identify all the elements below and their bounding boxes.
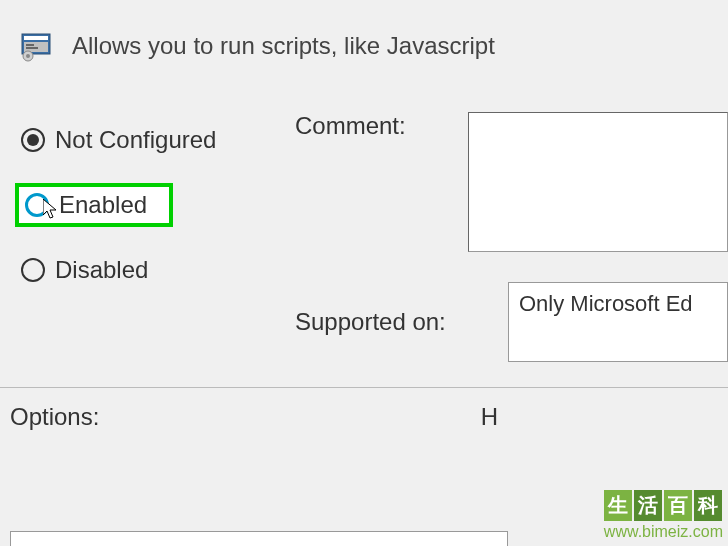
radio-not-configured[interactable]: Not Configured [15,122,295,158]
policy-title: Allows you to run scripts, like Javascri… [72,32,495,60]
bottom-row: Options: H [0,388,728,431]
policy-icon [20,30,52,62]
svg-rect-1 [24,36,48,40]
svg-rect-3 [26,44,34,46]
policy-header: Allows you to run scripts, like Javascri… [0,0,728,82]
radio-icon [21,258,45,282]
details-panel: Comment: Supported on: Only Microsoft Ed [295,112,728,362]
help-label: H [481,403,498,431]
radio-label: Not Configured [55,126,216,154]
options-label: Options: [10,403,99,431]
radio-disabled[interactable]: Disabled [15,252,295,288]
radio-icon [21,128,45,152]
supported-value: Only Microsoft Ed [508,282,728,362]
watermark-url: www.bimeiz.com [604,523,723,541]
radio-enabled[interactable]: Enabled [15,183,173,227]
state-radio-group: Not Configured Enabled Disabled [15,112,295,362]
svg-point-6 [26,54,30,58]
supported-label: Supported on: [295,308,446,336]
radio-label: Disabled [55,256,148,284]
comment-label: Comment: [295,112,406,140]
watermark-logo: 生 活 百 科 [604,490,723,521]
comment-row: Comment: [295,112,728,252]
policy-content: Not Configured Enabled Disabled Comment:… [0,82,728,362]
watermark: 生 活 百 科 www.bimeiz.com [604,490,723,541]
supported-row: Supported on: Only Microsoft Ed [295,282,728,362]
radio-label: Enabled [59,191,147,219]
radio-icon [25,193,49,217]
options-box[interactable] [10,531,508,546]
comment-textarea[interactable] [468,112,728,252]
svg-rect-4 [26,47,38,49]
